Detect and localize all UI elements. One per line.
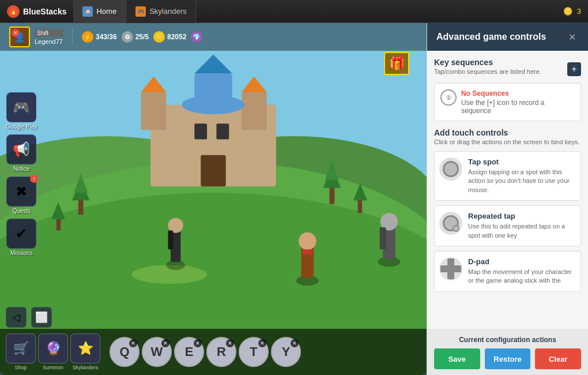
gem-icon: 💎 (191, 31, 202, 43)
missions-button[interactable]: ✔ Missions (6, 219, 37, 256)
skylanders-label: Skylanders (73, 365, 99, 370)
key-w-slot[interactable]: W ✕ (142, 337, 172, 367)
shop-slot[interactable]: 🛒 Shop (6, 333, 36, 370)
panel-close-button[interactable]: ✕ (565, 30, 579, 44)
dpad-vertical (447, 258, 454, 279)
gem-stat: 💎 (191, 31, 202, 43)
shop-icon: 🛒 (6, 333, 36, 363)
tap-spot-body: Tap spot Assign tapping on a spot with t… (468, 158, 575, 194)
left-sidebar: 🎮 Google Play 📢 Notice ✖ ! Quests ✔ Miss… (6, 92, 37, 256)
key-y-slot[interactable]: Y ✕ (271, 337, 301, 367)
bottom-bar: 🛒 Shop 🔮 Summon ⭐ Skylanders Q ✕ W (0, 329, 427, 375)
dpad-body: D-pad Map the movement of your character… (468, 257, 575, 286)
key-sequences-section: Key sequences Tap/combo sequences are li… (434, 58, 581, 121)
key-r-slot[interactable]: R ✕ (206, 337, 236, 367)
quests-badge: ! (30, 175, 38, 183)
repeated-tap-title: Repeated tap (468, 212, 575, 220)
tap-spot-title: Tap spot (468, 158, 575, 166)
footer-buttons: Save Restore Clear (434, 348, 581, 369)
game-hud: ✕ 👤 Shift Legend77 ⚡ 343/36 ⚙ 25/5 🪙 820… (0, 23, 427, 51)
key-r-close[interactable]: ✕ (226, 339, 234, 347)
key-y-icon: Y ✕ (271, 337, 301, 367)
key-sequences-title: Key sequences (434, 58, 541, 67)
panel-footer: Current configuration actions Save Resto… (427, 329, 588, 375)
top-bar-coins: 🪙 3 (563, 7, 588, 16)
top-bar: 🔥 BlueStacks 🏠 Home 🎮 Skylanders 🪙 3 (0, 0, 588, 23)
skylanders-slot[interactable]: ⭐ Skylanders (70, 333, 100, 370)
key-e-close[interactable]: ✕ (194, 339, 202, 347)
home-tab[interactable]: 🏠 Home (73, 0, 126, 23)
no-seq-content: No Sequences Use the [+] icon to record … (461, 89, 575, 115)
panel-content: Key sequences Tap/combo sequences are li… (427, 51, 588, 329)
svg-rect-30 (168, 230, 174, 249)
game-tab-label: Skylanders (149, 7, 186, 16)
key-w-icon: W ✕ (142, 337, 172, 367)
player-section: ✕ 👤 (9, 27, 30, 47)
dpad-desc: Map the movement of your character or th… (468, 268, 575, 286)
game-tab-icon: 🎮 (135, 6, 146, 17)
quests-label: Quests (12, 208, 31, 214)
key-w-close[interactable]: ✕ (161, 339, 169, 347)
clear-button[interactable]: Clear (535, 348, 581, 369)
level-value: 25/5 (135, 33, 149, 41)
notice-button[interactable]: 📢 Notice (6, 134, 37, 172)
svg-rect-8 (242, 92, 267, 130)
back-button[interactable]: ◁ (6, 307, 27, 328)
svg-rect-12 (194, 73, 232, 108)
missions-icon: ✔ (6, 219, 36, 249)
svg-rect-34 (303, 249, 312, 254)
dpad-shape (440, 258, 461, 279)
divider (72, 28, 73, 46)
skylanders-icon: ⭐ (70, 333, 100, 363)
summon-slot[interactable]: 🔮 Summon (38, 333, 68, 370)
dpad-card[interactable]: D-pad Map the movement of your character… (434, 251, 581, 292)
shift-badge: Shift (35, 29, 63, 37)
game-tab[interactable]: 🎮 Skylanders (126, 0, 196, 23)
repeated-tap-card[interactable]: Repeated tap Use this to add repeated ta… (434, 205, 581, 246)
save-button[interactable]: Save (434, 348, 480, 369)
app-name: BlueStacks (23, 7, 66, 16)
missions-label: Missions (10, 250, 33, 256)
google-play-button[interactable]: 🎮 Google Play (6, 92, 37, 130)
notice-icon: 📢 (6, 134, 36, 164)
home-button[interactable]: ⬜ (31, 307, 52, 328)
config-label: Current configuration actions (434, 336, 581, 344)
key-q-icon: Q ✕ (110, 337, 140, 367)
coin-icon: 🪙 (563, 7, 572, 16)
key-q-close[interactable]: ✕ (129, 339, 137, 347)
key-sequences-desc: Tap/combo sequences are listed here. (434, 68, 541, 75)
key-q-slot[interactable]: Q ✕ (110, 337, 140, 367)
tap-spot-icon (439, 158, 462, 181)
key-y-close[interactable]: ✕ (291, 339, 299, 347)
key-e-slot[interactable]: E ✕ (174, 337, 204, 367)
panel-header: Advanced game controls ✕ (427, 23, 588, 51)
coin-stat: 🪙 82052 (153, 31, 186, 43)
quests-button[interactable]: ✖ ! Quests (6, 177, 37, 214)
home-tab-icon: 🏠 (82, 6, 93, 17)
svg-rect-25 (358, 199, 363, 213)
key-r-icon: R ✕ (206, 337, 236, 367)
tap-spot-card[interactable]: Tap spot Assign tapping on a spot with t… (434, 151, 581, 201)
no-sequences-desc: Use the [+] icon to record a sequence (461, 99, 575, 115)
notice-label: Notice (13, 166, 29, 172)
key-e-icon: E ✕ (174, 337, 204, 367)
game-area: ✕ 👤 Shift Legend77 ⚡ 343/36 ⚙ 25/5 🪙 820… (0, 23, 427, 375)
quests-icon: ✖ ! (6, 177, 36, 207)
panel-title: Advanced game controls (436, 32, 546, 42)
key-t-close[interactable]: ✕ (258, 339, 266, 347)
player-name-section: Shift Legend77 (35, 29, 63, 45)
lightning-icon: ⚡ (82, 31, 93, 43)
key-t-icon: T ✕ (239, 337, 269, 367)
nav-bottom: ◁ ⬜ (6, 307, 52, 328)
key-t-slot[interactable]: T ✕ (239, 337, 269, 367)
repeated-tap-body: Repeated tap Use this to add repeated ta… (468, 212, 575, 240)
google-play-icon: 🎮 (6, 92, 36, 122)
repeated-tap-desc: Use this to add repeated taps on a spot … (468, 222, 575, 240)
level-stat: ⚙ 25/5 (122, 31, 149, 43)
svg-rect-22 (330, 186, 335, 204)
close-player-button[interactable]: ✕ (12, 29, 20, 37)
restore-button[interactable]: Restore (485, 348, 531, 369)
add-touch-desc: Click or drag the actions on the screen … (434, 138, 581, 145)
treasure-box[interactable]: 🎁 (384, 52, 409, 75)
add-sequence-button[interactable]: + (567, 62, 581, 76)
